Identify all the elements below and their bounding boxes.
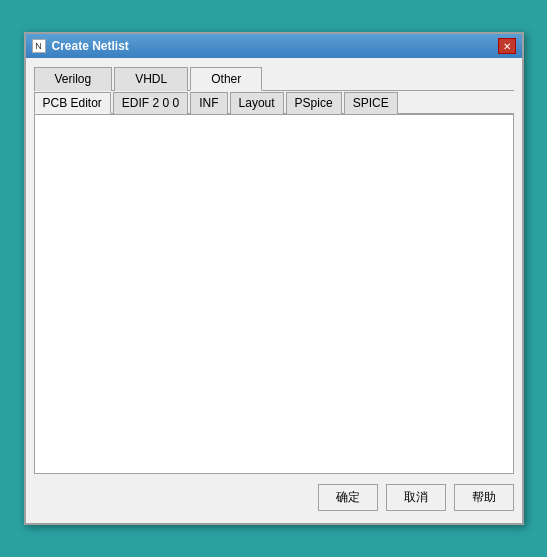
close-button[interactable]: ✕ [498, 38, 516, 54]
window-title: Create Netlist [52, 39, 129, 53]
create-netlist-window: N Create Netlist ✕ Verilog VHDL Other PC… [24, 32, 524, 525]
tab-bar-second: PCB Editor EDIF 2 0 0 INF Layout PSpice … [34, 91, 514, 114]
tab-other[interactable]: Other [190, 67, 262, 91]
tab-pspice[interactable]: PSpice [286, 92, 342, 114]
button-bar: 确定 取消 帮助 [34, 484, 514, 515]
tab-vhdl[interactable]: VHDL [114, 67, 188, 91]
tab-verilog[interactable]: Verilog [34, 67, 113, 91]
tab-bar-top: Verilog VHDL Other [34, 66, 514, 91]
tab-pcb-editor[interactable]: PCB Editor [34, 92, 111, 114]
tab-spice[interactable]: SPICE [344, 92, 398, 114]
title-bar-left: N Create Netlist [32, 39, 129, 53]
tab-inf[interactable]: INF [190, 92, 227, 114]
title-bar: N Create Netlist ✕ [26, 34, 522, 58]
confirm-button[interactable]: 确定 [318, 484, 378, 511]
content-area [34, 114, 514, 474]
window-body: Verilog VHDL Other PCB Editor EDIF 2 0 0… [26, 58, 522, 523]
help-button[interactable]: 帮助 [454, 484, 514, 511]
tab-layout[interactable]: Layout [230, 92, 284, 114]
window-icon: N [32, 39, 46, 53]
cancel-button[interactable]: 取消 [386, 484, 446, 511]
tab-edif200[interactable]: EDIF 2 0 0 [113, 92, 188, 114]
